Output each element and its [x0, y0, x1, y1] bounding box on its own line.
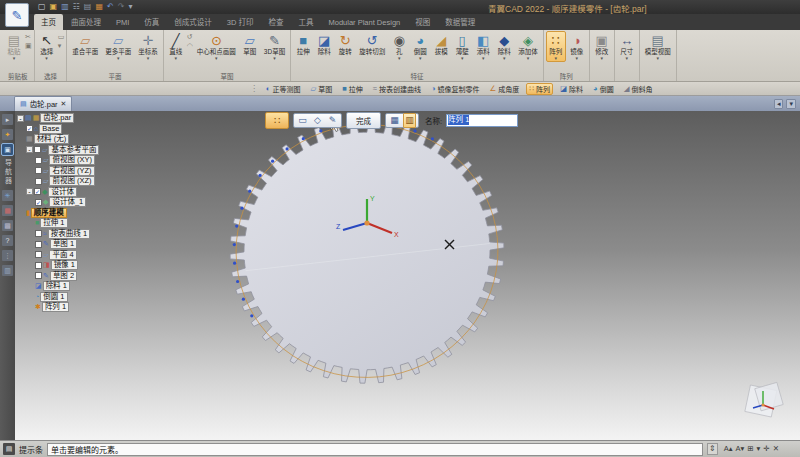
finish-button[interactable]: 完成 [346, 112, 381, 129]
tree-checkbox[interactable]: ✓ [34, 188, 41, 195]
menu-tab-8[interactable]: 工具 [292, 14, 321, 30]
pathfinder-icon[interactable]: ▣ [2, 144, 13, 155]
undo-icon[interactable]: ↶ [107, 2, 114, 12]
view-orientation-indicator[interactable] [745, 382, 783, 417]
ribbon-button-5-9[interactable]: ◧添料▾ [473, 31, 493, 62]
more-icon[interactable]: ⋮ [2, 250, 13, 261]
select-box-icon[interactable]: ▾ [58, 42, 65, 50]
tab-nav-button-2[interactable]: ▾ [786, 99, 796, 109]
tree-checkbox[interactable]: ✓ [35, 199, 42, 206]
document-close-icon[interactable]: ✕ [61, 100, 67, 108]
ribbon-button-5-6[interactable]: ◕倒圆▾ [410, 31, 430, 62]
quickbar-button-10[interactable]: ◢倒斜角 [621, 83, 656, 95]
quickbar-button-1[interactable]: ◐正等测图 [263, 83, 304, 95]
tree-row-15[interactable]: ◨镜像 1 [17, 260, 127, 271]
tree-row-18[interactable]: ◔倒圆 1 [17, 292, 127, 303]
tree-row-9[interactable]: ✓◆设计体_1 [17, 197, 127, 208]
pattern-type-fit-icon[interactable]: ▦ [388, 114, 401, 127]
select-options-icon[interactable]: ▭ [58, 33, 65, 41]
viewport-3d[interactable]: YXZ -▤▦齿轮.par✓⌂Base▦材料 (无)-▱基本参考平面▱俯视图 (… [15, 111, 800, 440]
fillet-sketch-icon[interactable]: ◠ [187, 42, 193, 50]
quickbar-button-4[interactable]: ≈按表创建曲线 [370, 83, 424, 95]
menu-tab-4[interactable]: 仿真 [137, 14, 166, 30]
select-face-tool-icon[interactable]: ▭ [296, 114, 309, 127]
layers-icon[interactable]: ▦ [2, 205, 13, 216]
pan-icon[interactable]: ✛ [763, 444, 769, 454]
gear-body[interactable] [230, 119, 504, 383]
open-file-icon[interactable]: ▣ [50, 2, 58, 12]
tree-expander-icon[interactable]: - [26, 146, 33, 153]
ribbon-button-6-1[interactable]: ∷阵列▾ [546, 31, 566, 62]
quickbar-button-7[interactable]: ∷阵列 [526, 83, 553, 95]
tree-checkbox[interactable]: ✓ [26, 125, 33, 132]
ribbon-button-3-3[interactable]: ✛坐标系▾ [135, 31, 161, 62]
ribbon-button-3-1[interactable]: ▱重合平面 [69, 31, 101, 57]
close-status-icon[interactable]: ✕ [773, 444, 779, 454]
sensors-icon[interactable]: ✳ [2, 190, 13, 201]
menu-tab-7[interactable]: 检查 [262, 14, 291, 30]
document-tab[interactable]: ▤ 齿轮.par ✕ [14, 96, 72, 111]
menu-tab-5[interactable]: 创成式设计 [167, 14, 219, 30]
quickbar-button-5[interactable]: ◑镜像复制零件 [428, 83, 483, 95]
menu-tab-9[interactable]: Modular Plant Design [322, 16, 408, 30]
ribbon-button-3-2[interactable]: ▱更多平面▾ [102, 31, 134, 62]
tree-row-8[interactable]: -✓◆设计体 [17, 187, 127, 198]
tree-checkbox[interactable] [35, 262, 42, 269]
view-options-icon[interactable]: ▾ [757, 444, 761, 454]
tree-row-2[interactable]: ✓⌂Base [17, 124, 127, 135]
print-icon[interactable]: ☷ [73, 2, 80, 12]
tree-row-13[interactable]: ✎草图 1 [17, 239, 127, 250]
tree-checkbox[interactable] [35, 272, 42, 279]
tree-row-19[interactable]: ✱阵列 1 [17, 302, 127, 313]
tree-row-17[interactable]: ◪除料 1 [17, 281, 127, 292]
ribbon-button-5-2[interactable]: ◪除料 [314, 31, 334, 57]
ribbon-button-9-1[interactable]: ▤模型视图▾ [642, 31, 674, 62]
ribbon-button-5-1[interactable]: ■拉伸 [293, 31, 313, 57]
color-manager-icon[interactable]: ▩ [2, 220, 13, 231]
menu-tab-10[interactable]: 视图 [408, 14, 437, 30]
qat-menu-icon[interactable]: ▾ [128, 2, 132, 12]
app-logo-icon[interactable]: ✎ [5, 3, 29, 27]
tab-nav-button-1[interactable]: ◂ [774, 99, 784, 109]
save-icon[interactable]: ▥ [61, 2, 69, 12]
tree-row-5[interactable]: ▱俯视图 (XY) [17, 155, 127, 166]
pattern-name-input[interactable]: 阵列 1 [446, 114, 518, 127]
sketch-step-icon[interactable]: ◇ [311, 114, 324, 127]
cut-icon[interactable]: ✂ [25, 33, 32, 41]
pattern-type-fixed-icon[interactable]: ▥ [403, 113, 416, 128]
tree-checkbox[interactable] [35, 167, 42, 174]
tree-checkbox[interactable] [35, 251, 42, 258]
ribbon-button-4-3[interactable]: ▱草图 [240, 31, 260, 57]
tree-row-16[interactable]: ✎草图 2 [17, 271, 127, 282]
tree-row-1[interactable]: -▤▦齿轮.par [17, 113, 127, 124]
ribbon-button-5-8[interactable]: ▯薄壁▾ [452, 31, 472, 62]
toolbar-grip[interactable]: ⋮ [250, 84, 258, 93]
tree-checkbox[interactable] [35, 157, 42, 164]
quickbar-button-9[interactable]: ◕倒圆 [590, 83, 617, 95]
tree-expander-icon[interactable]: - [26, 188, 33, 195]
menu-tab-2[interactable]: 曲面处理 [64, 14, 108, 30]
tree-row-11[interactable]: ■拉伸 1 [17, 218, 127, 229]
redo-icon[interactable]: ↷ [118, 2, 125, 12]
tree-row-12[interactable]: ≈按表曲线 1 [17, 229, 127, 240]
tree-checkbox[interactable] [34, 146, 41, 153]
ribbon-button-5-4[interactable]: ↺旋转切割 [356, 31, 388, 57]
ribbon-button-1-1[interactable]: ▤粘贴▾ [4, 31, 24, 62]
tree-row-3[interactable]: ▦材料 (无) [17, 134, 127, 145]
tree-row-14[interactable]: ▱平面 4 [17, 250, 127, 261]
ribbon-button-5-10[interactable]: ◆除料▾ [494, 31, 514, 62]
ribbon-button-5-3[interactable]: ↻旋转 [335, 31, 355, 57]
views-icon[interactable]: ▥ [2, 265, 13, 276]
library-icon[interactable]: ▸ [2, 114, 13, 125]
ribbon-button-5-11[interactable]: ◈添加体▾ [515, 31, 541, 62]
pattern-command-icon[interactable]: ∷ [265, 112, 289, 129]
zoom-area-icon[interactable]: ⊞ [747, 444, 753, 454]
ribbon-button-4-4[interactable]: ✎3D草图▾ [261, 31, 288, 62]
font-increase-icon[interactable]: A▴ [724, 444, 733, 454]
key-icon[interactable]: ✦ [2, 129, 13, 140]
quickbar-button-6[interactable]: ∠成角度 [487, 83, 523, 95]
menu-tab-1[interactable]: 主页 [34, 14, 63, 30]
status-spinner[interactable]: ⇕ [707, 443, 718, 455]
tree-row-6[interactable]: ▱右视图 (YZ) [17, 166, 127, 177]
quickbar-button-3[interactable]: ■拉伸 [339, 83, 366, 95]
